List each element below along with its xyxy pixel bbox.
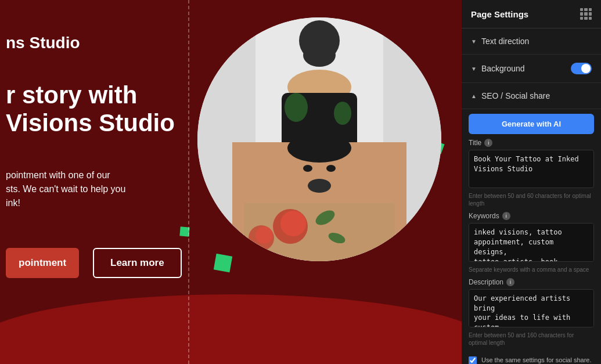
social-share-checkbox[interactable] <box>469 356 477 364</box>
text-direction-label: Text direction <box>481 37 529 46</box>
seo-label: SEO / Social share <box>481 91 550 100</box>
keywords-info-icon[interactable]: i <box>502 212 510 220</box>
text-direction-header[interactable]: ▼ Text direction <box>462 28 601 54</box>
svg-point-3 <box>303 44 336 67</box>
decorative-square-3 <box>214 254 232 272</box>
svg-point-7 <box>334 102 351 125</box>
svg-point-10 <box>287 134 351 163</box>
seo-header[interactable]: ▲ SEO / Social share <box>462 83 601 109</box>
keywords-hint: Separate keywords with a comma and a spa… <box>469 266 594 273</box>
svg-point-6 <box>285 93 308 122</box>
background-chevron: ▼ <box>471 66 477 72</box>
keywords-label: Keywords i <box>469 212 594 220</box>
text-direction-section: ▼ Text direction <box>462 28 601 55</box>
social-share-label: Use the same settings for social share. <box>481 356 592 364</box>
background-header[interactable]: ▼ Background <box>462 55 601 82</box>
social-share-checkbox-row: Use the same settings for social share. <box>462 351 601 364</box>
title-info-icon[interactable]: i <box>484 139 492 147</box>
headline: r story with Visions Studio <box>6 81 175 138</box>
svg-point-16 <box>280 211 306 236</box>
hero-svg <box>197 17 441 261</box>
settings-panel: Page Settings ▼ Text direction ▼ Backgro… <box>462 0 601 364</box>
description-field-group: Description i Our experienced artists br… <box>462 278 601 351</box>
svg-point-13 <box>308 179 331 193</box>
title-field-group: Title i Book Your Tattoo at Inked Vision… <box>462 139 601 212</box>
preview-panel: ns Studio r story with Visions Studio po… <box>0 0 462 364</box>
appointment-button[interactable]: pointment <box>6 248 79 278</box>
learn-more-button[interactable]: Learn more <box>93 248 182 278</box>
seo-chevron: ▲ <box>471 93 477 99</box>
studio-name: ns Studio <box>6 34 80 52</box>
settings-title: Page Settings <box>471 9 528 19</box>
text-direction-chevron: ▼ <box>471 38 477 45</box>
hero-image-circle <box>197 17 441 261</box>
description-info-icon[interactable]: i <box>506 278 514 286</box>
background-section: ▼ Background <box>462 55 601 83</box>
seo-section: ▲ SEO / Social share <box>462 83 601 109</box>
svg-point-20 <box>255 226 273 244</box>
description-label: Description i <box>469 278 594 286</box>
keywords-field-group: Keywords i inked visions, tattoo appoint… <box>462 212 601 277</box>
grid-view-icon[interactable] <box>580 8 592 20</box>
keywords-textarea[interactable]: inked visions, tattoo appointment, custo… <box>469 223 594 261</box>
title-hint: Enter between 50 and 60 characters for o… <box>469 192 594 207</box>
background-label: Background <box>481 64 525 73</box>
settings-header: Page Settings <box>462 0 601 28</box>
svg-point-12 <box>326 165 336 172</box>
description-textarea[interactable]: Our experienced artists bring your ideas… <box>469 289 594 327</box>
description-hint: Enter between 50 and 160 characters for … <box>469 331 594 347</box>
divider-line <box>188 0 189 364</box>
title-label: Title i <box>469 139 594 147</box>
circle-inner <box>197 17 441 261</box>
generate-ai-button[interactable]: Generate with AI <box>469 114 594 134</box>
title-textarea[interactable]: Book Your Tattoo at Inked Visions Studio <box>469 150 594 188</box>
subtext: pointment with one of our sts. We can't … <box>6 168 125 210</box>
background-toggle[interactable] <box>571 63 592 74</box>
svg-point-11 <box>303 165 312 172</box>
